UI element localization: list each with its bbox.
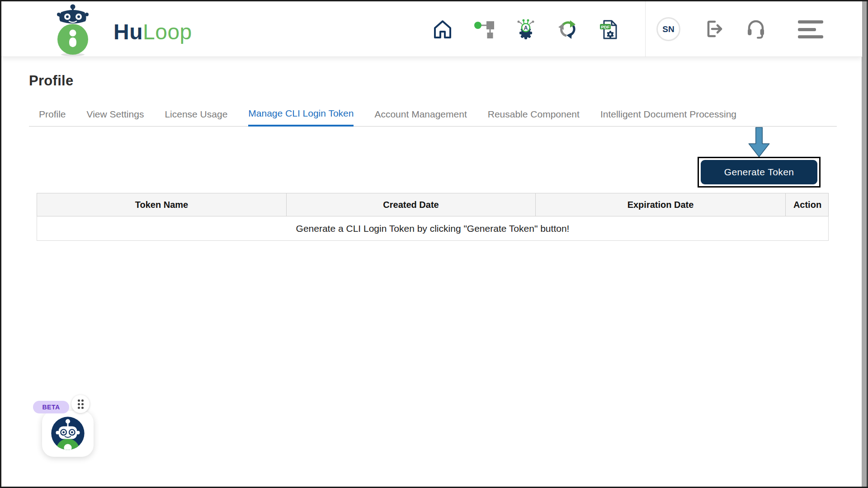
column-header-action: Action (786, 193, 829, 216)
scrollbar[interactable] (862, 1, 867, 488)
sync-icon[interactable] (557, 19, 578, 40)
tab-intelligent-document-processing[interactable]: Intelligent Document Processing (600, 108, 736, 127)
tab-profile[interactable]: Profile (39, 108, 66, 127)
workflow-icon[interactable] (473, 19, 495, 40)
top-navigation-bar: HuLoop (1, 1, 862, 57)
svg-text:PDF: PDF (601, 24, 610, 29)
table-header-row: Token Name Created Date Expiration Date … (37, 193, 829, 216)
annotation-arrow-down-icon (748, 127, 770, 160)
huloop-logo[interactable]: HuLoop (50, 4, 192, 58)
table-empty-message: Generate a CLI Login Token by clicking "… (37, 216, 829, 241)
tab-view-settings[interactable]: View Settings (87, 108, 144, 127)
profile-tabs: Profile View Settings License Usage Mana… (39, 108, 736, 127)
user-avatar[interactable]: SN (656, 17, 680, 41)
assistant-robot-avatar-icon (50, 416, 85, 452)
svg-text:A: A (524, 24, 528, 31)
pdf-settings-icon[interactable]: PDF (598, 19, 620, 40)
generate-token-button[interactable]: Generate Token (701, 160, 817, 184)
annotation-highlight-box: Generate Token (698, 157, 821, 188)
app-window: HuLoop (0, 0, 868, 488)
drag-dots-icon (78, 399, 84, 409)
column-header-created-date: Created Date (287, 193, 536, 216)
column-header-token-name: Token Name (37, 193, 287, 216)
huloop-robot-logo-icon (50, 4, 95, 58)
widget-drag-handle[interactable] (71, 395, 90, 413)
page-title: Profile (29, 73, 74, 89)
tab-account-management[interactable]: Account Management (374, 108, 467, 127)
assistant-chat-button[interactable] (42, 411, 94, 457)
tab-reusable-component[interactable]: Reusable Component (488, 108, 580, 127)
tab-license-usage[interactable]: License Usage (165, 108, 227, 127)
headset-icon[interactable] (745, 17, 767, 39)
menu-icon[interactable] (798, 20, 823, 38)
cli-token-table: Token Name Created Date Expiration Date … (37, 193, 829, 241)
automation-gear-icon[interactable]: A (515, 19, 537, 40)
header-icon-nav: A PDF (432, 1, 620, 57)
beta-badge: BETA (33, 401, 69, 413)
column-header-expiration-date: Expiration Date (536, 193, 786, 216)
huloop-wordmark: HuLoop (113, 19, 192, 44)
tab-manage-cli-login-token[interactable]: Manage CLI Login Token (248, 108, 354, 127)
avatar-initials: SN (662, 24, 674, 34)
header-divider (645, 1, 646, 57)
logout-icon[interactable] (703, 18, 725, 40)
home-icon[interactable] (432, 19, 453, 40)
